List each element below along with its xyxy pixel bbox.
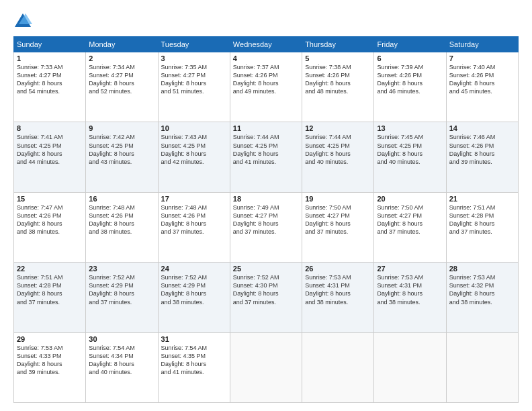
day-number: 8 (17, 124, 83, 132)
day-number: 10 (161, 124, 227, 132)
day-number: 16 (89, 195, 154, 203)
day-number: 11 (233, 124, 299, 132)
calendar-cell: 6Sunrise: 7:39 AM Sunset: 4:26 PM Daylig… (374, 52, 446, 122)
calendar-cell: 9Sunrise: 7:42 AM Sunset: 4:25 PM Daylig… (86, 122, 158, 192)
day-number: 6 (377, 54, 443, 62)
header (13, 11, 519, 30)
header-tuesday: Tuesday (158, 37, 230, 52)
day-info: Sunrise: 7:54 AM Sunset: 4:35 PM Dayligh… (161, 344, 227, 377)
header-sunday: Sunday (14, 37, 86, 52)
day-info: Sunrise: 7:52 AM Sunset: 4:29 PM Dayligh… (161, 273, 227, 306)
day-number: 4 (233, 54, 299, 62)
calendar-header-row: SundayMondayTuesdayWednesdayThursdayFrid… (14, 37, 519, 52)
day-info: Sunrise: 7:44 AM Sunset: 4:25 PM Dayligh… (305, 133, 371, 166)
day-number: 30 (89, 335, 154, 343)
day-info: Sunrise: 7:39 AM Sunset: 4:26 PM Dayligh… (377, 63, 443, 96)
day-info: Sunrise: 7:34 AM Sunset: 4:27 PM Dayligh… (89, 63, 154, 96)
day-info: Sunrise: 7:51 AM Sunset: 4:28 PM Dayligh… (17, 273, 83, 306)
day-info: Sunrise: 7:41 AM Sunset: 4:25 PM Dayligh… (17, 133, 83, 166)
day-number: 31 (161, 335, 227, 343)
calendar-cell (302, 332, 374, 402)
day-number: 1 (17, 54, 83, 62)
day-info: Sunrise: 7:42 AM Sunset: 4:25 PM Dayligh… (89, 133, 154, 166)
calendar-cell: 1Sunrise: 7:33 AM Sunset: 4:27 PM Daylig… (14, 52, 86, 122)
day-number: 12 (305, 124, 371, 132)
day-info: Sunrise: 7:53 AM Sunset: 4:31 PM Dayligh… (377, 273, 443, 306)
header-friday: Friday (374, 37, 446, 52)
calendar-cell: 8Sunrise: 7:41 AM Sunset: 4:25 PM Daylig… (14, 122, 86, 192)
day-info: Sunrise: 7:52 AM Sunset: 4:29 PM Dayligh… (89, 273, 154, 306)
day-info: Sunrise: 7:54 AM Sunset: 4:34 PM Dayligh… (89, 344, 154, 377)
day-number: 23 (89, 265, 154, 273)
calendar-cell: 31Sunrise: 7:54 AM Sunset: 4:35 PM Dayli… (158, 332, 230, 402)
calendar-week-5: 29Sunrise: 7:53 AM Sunset: 4:33 PM Dayli… (14, 332, 519, 402)
calendar-cell: 5Sunrise: 7:38 AM Sunset: 4:26 PM Daylig… (302, 52, 374, 122)
calendar-cell: 21Sunrise: 7:51 AM Sunset: 4:28 PM Dayli… (446, 192, 518, 262)
logo-icon (13, 11, 32, 30)
day-number: 9 (89, 124, 154, 132)
calendar-cell: 7Sunrise: 7:40 AM Sunset: 4:26 PM Daylig… (446, 52, 518, 122)
day-number: 14 (449, 124, 515, 132)
logo (13, 11, 35, 30)
day-info: Sunrise: 7:51 AM Sunset: 4:28 PM Dayligh… (449, 203, 515, 236)
day-info: Sunrise: 7:43 AM Sunset: 4:25 PM Dayligh… (161, 133, 227, 166)
calendar-cell: 23Sunrise: 7:52 AM Sunset: 4:29 PM Dayli… (86, 263, 158, 332)
page: SundayMondayTuesdayWednesdayThursdayFrid… (0, 0, 532, 411)
day-info: Sunrise: 7:49 AM Sunset: 4:27 PM Dayligh… (233, 203, 299, 236)
calendar-cell: 29Sunrise: 7:53 AM Sunset: 4:33 PM Dayli… (14, 332, 86, 402)
day-number: 24 (161, 265, 227, 273)
day-info: Sunrise: 7:48 AM Sunset: 4:26 PM Dayligh… (89, 203, 154, 236)
calendar-cell (446, 332, 518, 402)
calendar-cell: 24Sunrise: 7:52 AM Sunset: 4:29 PM Dayli… (158, 263, 230, 332)
day-number: 19 (305, 195, 371, 203)
day-number: 29 (17, 335, 83, 343)
day-info: Sunrise: 7:40 AM Sunset: 4:26 PM Dayligh… (449, 63, 515, 96)
calendar-cell: 28Sunrise: 7:53 AM Sunset: 4:32 PM Dayli… (446, 263, 518, 332)
day-number: 27 (377, 265, 443, 273)
day-info: Sunrise: 7:53 AM Sunset: 4:31 PM Dayligh… (305, 273, 371, 306)
day-number: 20 (377, 195, 443, 203)
calendar-week-1: 1Sunrise: 7:33 AM Sunset: 4:27 PM Daylig… (14, 52, 519, 122)
day-number: 5 (305, 54, 371, 62)
calendar-cell: 26Sunrise: 7:53 AM Sunset: 4:31 PM Dayli… (302, 263, 374, 332)
day-number: 28 (449, 265, 515, 273)
day-info: Sunrise: 7:47 AM Sunset: 4:26 PM Dayligh… (17, 203, 83, 236)
calendar-cell: 12Sunrise: 7:44 AM Sunset: 4:25 PM Dayli… (302, 122, 374, 192)
calendar-cell: 14Sunrise: 7:46 AM Sunset: 4:26 PM Dayli… (446, 122, 518, 192)
header-thursday: Thursday (302, 37, 374, 52)
day-info: Sunrise: 7:53 AM Sunset: 4:33 PM Dayligh… (17, 344, 83, 377)
calendar-cell: 10Sunrise: 7:43 AM Sunset: 4:25 PM Dayli… (158, 122, 230, 192)
calendar-week-2: 8Sunrise: 7:41 AM Sunset: 4:25 PM Daylig… (14, 122, 519, 192)
calendar-cell: 16Sunrise: 7:48 AM Sunset: 4:26 PM Dayli… (86, 192, 158, 262)
day-info: Sunrise: 7:46 AM Sunset: 4:26 PM Dayligh… (449, 133, 515, 166)
calendar-cell: 30Sunrise: 7:54 AM Sunset: 4:34 PM Dayli… (86, 332, 158, 402)
day-info: Sunrise: 7:35 AM Sunset: 4:27 PM Dayligh… (161, 63, 227, 96)
calendar-cell: 25Sunrise: 7:52 AM Sunset: 4:30 PM Dayli… (230, 263, 302, 332)
calendar-cell: 17Sunrise: 7:48 AM Sunset: 4:26 PM Dayli… (158, 192, 230, 262)
header-monday: Monday (86, 37, 158, 52)
day-number: 7 (449, 54, 515, 62)
day-info: Sunrise: 7:44 AM Sunset: 4:25 PM Dayligh… (233, 133, 299, 166)
day-number: 21 (449, 195, 515, 203)
calendar-cell: 2Sunrise: 7:34 AM Sunset: 4:27 PM Daylig… (86, 52, 158, 122)
day-info: Sunrise: 7:33 AM Sunset: 4:27 PM Dayligh… (17, 63, 83, 96)
calendar-cell: 18Sunrise: 7:49 AM Sunset: 4:27 PM Dayli… (230, 192, 302, 262)
day-info: Sunrise: 7:37 AM Sunset: 4:26 PM Dayligh… (233, 63, 299, 96)
day-number: 25 (233, 265, 299, 273)
calendar-cell: 27Sunrise: 7:53 AM Sunset: 4:31 PM Dayli… (374, 263, 446, 332)
day-number: 17 (161, 195, 227, 203)
day-number: 18 (233, 195, 299, 203)
calendar-cell: 13Sunrise: 7:45 AM Sunset: 4:25 PM Dayli… (374, 122, 446, 192)
calendar-week-3: 15Sunrise: 7:47 AM Sunset: 4:26 PM Dayli… (14, 192, 519, 262)
calendar-cell: 15Sunrise: 7:47 AM Sunset: 4:26 PM Dayli… (14, 192, 86, 262)
day-info: Sunrise: 7:50 AM Sunset: 4:27 PM Dayligh… (305, 203, 371, 236)
day-info: Sunrise: 7:53 AM Sunset: 4:32 PM Dayligh… (449, 273, 515, 306)
day-number: 2 (89, 54, 154, 62)
header-wednesday: Wednesday (230, 37, 302, 52)
day-number: 3 (161, 54, 227, 62)
day-number: 13 (377, 124, 443, 132)
calendar-cell (374, 332, 446, 402)
day-info: Sunrise: 7:50 AM Sunset: 4:27 PM Dayligh… (377, 203, 443, 236)
calendar-cell: 11Sunrise: 7:44 AM Sunset: 4:25 PM Dayli… (230, 122, 302, 192)
calendar-table: SundayMondayTuesdayWednesdayThursdayFrid… (13, 36, 519, 403)
